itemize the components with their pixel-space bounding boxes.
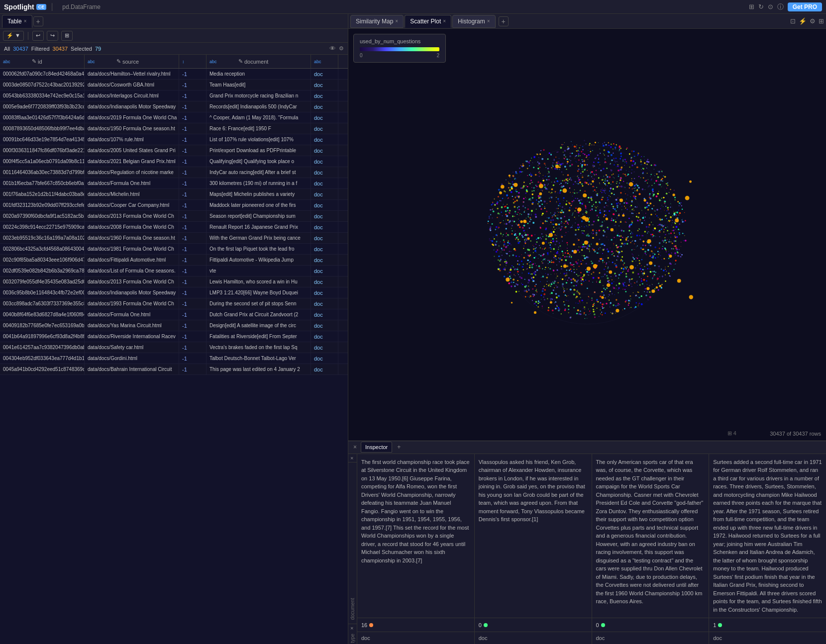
- svg-point-2159: [642, 168, 643, 169]
- redo-button[interactable]: ↪: [47, 31, 58, 41]
- svg-point-1065: [589, 272, 590, 273]
- svg-point-1178: [576, 290, 578, 292]
- svg-point-1908: [621, 156, 621, 156]
- svg-point-637: [555, 293, 557, 295]
- table-row[interactable]: 002df0539e082b842b6b3a2969ca7872 data/do…: [0, 266, 348, 276]
- th-source[interactable]: abc ✎ source: [85, 55, 179, 68]
- add-tab-button[interactable]: +: [33, 16, 43, 26]
- settings-icon[interactable]: ⚙: [339, 45, 344, 52]
- scatter-container[interactable]: used_by_num_questions 0 2 30437 of: [348, 29, 826, 441]
- svg-point-206: [505, 210, 507, 212]
- svg-point-908: [592, 282, 593, 282]
- github-icon[interactable]: ⊙: [768, 3, 773, 10]
- svg-point-571: [556, 274, 557, 274]
- table-row[interactable]: 00091bc646d33e19e7854d7ea41345c7 data/do…: [0, 134, 348, 145]
- scatter-close[interactable]: ×: [443, 18, 446, 24]
- svg-point-2444: [494, 243, 496, 244]
- svg-point-1954: [532, 279, 533, 281]
- svg-point-1505: [549, 284, 550, 285]
- svg-point-327: [589, 201, 590, 203]
- table-row[interactable]: 00543bb633380334e742ec9e0c15a18 data/doc…: [0, 91, 348, 101]
- visibility-icon[interactable]: 👁: [329, 45, 336, 52]
- filter-scatter-icon[interactable]: ⚡: [799, 17, 807, 25]
- th-page[interactable]: ↕ ✎ page: [179, 55, 206, 68]
- table-row[interactable]: 0005e9ade6f7720839ff03f93b3b23cc5 data/d…: [0, 101, 348, 112]
- info-icon[interactable]: ⓘ: [777, 2, 784, 11]
- table-row[interactable]: 000f4f5cc5a1a06ecb0791da09b8c11b4 data/d…: [0, 156, 348, 167]
- scatter-layout-icon[interactable]: ⊞: [819, 17, 824, 25]
- table-row[interactable]: 00224c398c914ecc22715e975909ca597 data/d…: [0, 222, 348, 233]
- table-row[interactable]: 0040b8f64f6e83d6827d8a4e1f060f844c data/…: [0, 309, 348, 320]
- scatter-settings-icon[interactable]: ⚙: [810, 17, 816, 25]
- table-row[interactable]: 00083f8aa3e01426d57f7f3b6424a6d8e data/d…: [0, 112, 348, 123]
- similarity-map-tab[interactable]: Similarity Map ×: [350, 15, 404, 28]
- th-id[interactable]: abc ✎ id: [0, 55, 85, 68]
- table-row[interactable]: 00116464036ab30ec73883d7d799bfcd data/do…: [0, 167, 348, 178]
- svg-point-40: [583, 255, 585, 257]
- sim-map-close[interactable]: ×: [395, 18, 398, 24]
- svg-point-739: [644, 207, 646, 209]
- svg-point-1859: [652, 271, 654, 273]
- svg-point-2551: [677, 279, 681, 283]
- refresh-icon[interactable]: ↻: [758, 3, 764, 10]
- table-row[interactable]: 00087893650d48506fbbb99f7ee4dba4 data/do…: [0, 123, 348, 134]
- svg-point-973: [542, 269, 543, 270]
- svg-point-2465: [569, 182, 569, 183]
- table-tab[interactable]: Table ×: [2, 15, 32, 28]
- table-row[interactable]: 002806bc4325a3cfd4568a086430041bc data/d…: [0, 244, 348, 255]
- svg-point-2364: [670, 216, 672, 218]
- table-row[interactable]: 001fdf323123b92e09dd07ff293ccfefeb data/…: [0, 200, 348, 211]
- add-right-tab-button[interactable]: +: [499, 16, 509, 26]
- svg-point-2552: [585, 217, 589, 222]
- layout-button[interactable]: ⊞: [61, 31, 73, 41]
- undo-button[interactable]: ↩: [32, 31, 44, 41]
- table-row[interactable]: 0041e614257aa7c9382047396db0abe3 data/do…: [0, 342, 348, 353]
- table-row[interactable]: 000f3036311847fc86df076bf3ade2218 data/d…: [0, 145, 348, 156]
- table-row[interactable]: 003cc898adc7a6303f7337369e355c881 data/d…: [0, 298, 348, 309]
- svg-point-2527: [649, 261, 652, 265]
- scatter-plot-tab[interactable]: Scatter Plot ×: [405, 15, 451, 28]
- table-row[interactable]: 0045a941b0cd4292eed51c8748369d7c data/do…: [0, 364, 348, 375]
- svg-point-1918: [592, 263, 594, 265]
- th-type[interactable]: abc ✎ type: [311, 55, 338, 68]
- inspector-x-btn2[interactable]: ×: [350, 625, 353, 631]
- svg-point-2387: [642, 235, 643, 236]
- filter-button[interactable]: ⚡ ▼: [3, 31, 24, 41]
- table-row[interactable]: 0003de08507d7522c43bac201392929f data/do…: [0, 80, 348, 91]
- table-row[interactable]: 001b1f6ecba77bfe667c850cb6ebf0a5e data/d…: [0, 178, 348, 189]
- table-row[interactable]: 0020a97390f60dbcfa9f1ac5182ac5b3e data/d…: [0, 211, 348, 222]
- table-row[interactable]: 00409182b77685e0fe7ec653169a0b11 data/do…: [0, 320, 348, 331]
- inspector-close[interactable]: ×: [351, 444, 359, 451]
- cell-type: doc: [311, 91, 338, 101]
- svg-point-2484: [539, 205, 541, 207]
- table-body[interactable]: 000062fd07a090c7c84ed42468a0a4b7f data/d…: [0, 69, 348, 644]
- inspector-add[interactable]: +: [394, 444, 404, 451]
- expand-icon[interactable]: ⊡: [790, 17, 796, 25]
- svg-point-1809: [518, 271, 519, 272]
- svg-point-1433: [605, 192, 606, 193]
- table-row[interactable]: 0032079fe055df4e35435e083ad25d0ct data/d…: [0, 276, 348, 287]
- histogram-close[interactable]: ×: [487, 18, 490, 24]
- svg-point-432: [523, 182, 525, 183]
- th-document[interactable]: abc ✎ document: [206, 55, 311, 68]
- table-tab-close[interactable]: ×: [24, 18, 27, 24]
- table-row[interactable]: 0041b64a91897996e6cf93d8a2f4b8ff4 data/d…: [0, 331, 348, 342]
- table-row[interactable]: 000062fd07a090c7c84ed42468a0a4b7f data/d…: [0, 69, 348, 80]
- inspector-x-btn[interactable]: ×: [350, 455, 353, 461]
- scatter-plot-svg[interactable]: [348, 29, 826, 441]
- grid-icon[interactable]: ⊞: [749, 3, 754, 10]
- inspector-tab[interactable]: Inspector: [361, 442, 392, 453]
- svg-point-1391: [553, 231, 555, 233]
- table-row[interactable]: 0023eb95519c36c16a199a7a08a102f12 data/d…: [0, 233, 348, 244]
- svg-point-94: [536, 186, 538, 187]
- svg-point-2292: [568, 209, 570, 211]
- get-pro-button[interactable]: Get PRO: [788, 2, 822, 11]
- table-row[interactable]: 0036c95b8b0e1164843c4fb72e2ef00fa data/d…: [0, 287, 348, 298]
- table-row[interactable]: 004304eb952df033643ea777d4d1b160 data/do…: [0, 353, 348, 364]
- histogram-tab[interactable]: Histogram ×: [452, 15, 496, 28]
- table-row[interactable]: 001f76aba152e1d2b11f4dabc03ba8e6e data/d…: [0, 189, 348, 200]
- svg-point-2332: [564, 166, 566, 168]
- sim-map-label: Similarity Map: [356, 18, 393, 25]
- table-row[interactable]: 002c90f85ba5a80343eee106f906d4765 data/d…: [0, 255, 348, 266]
- svg-point-30: [630, 298, 631, 299]
